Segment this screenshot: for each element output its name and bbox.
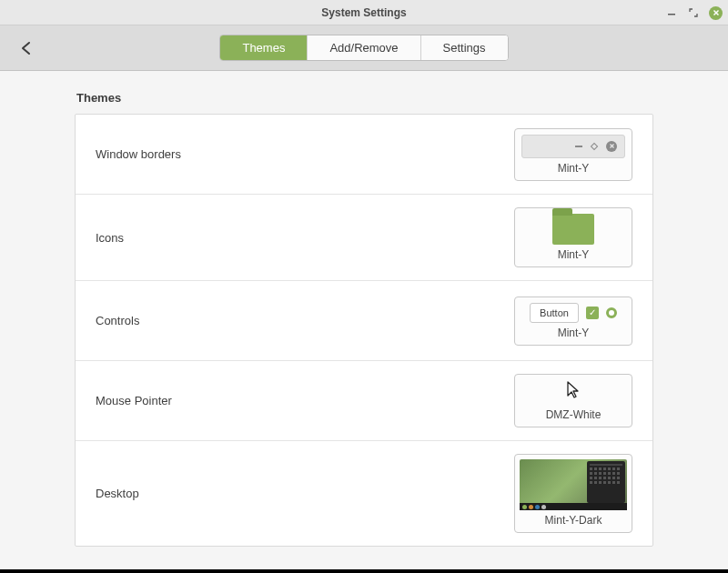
row-window-borders: Window borders Mint-Y bbox=[76, 115, 652, 195]
window-controls bbox=[665, 0, 723, 25]
row-label: Desktop bbox=[96, 487, 139, 500]
titlebar: System Settings bbox=[0, 0, 728, 25]
preview-minimize-icon bbox=[575, 146, 582, 147]
cursor-icon bbox=[565, 375, 581, 405]
back-button[interactable] bbox=[13, 35, 40, 62]
desktop-picker[interactable]: Mint-Y-Dark bbox=[514, 454, 632, 533]
tab-themes[interactable]: Themes bbox=[220, 35, 308, 60]
row-label: Icons bbox=[96, 231, 124, 245]
row-label: Controls bbox=[96, 314, 139, 327]
toolbar: Themes Add/Remove Settings bbox=[0, 25, 728, 71]
picker-value: DMZ-White bbox=[546, 405, 602, 423]
picker-value: Mint-Y bbox=[558, 158, 590, 176]
row-controls: Controls Button ✓ Mint-Y bbox=[76, 281, 652, 361]
controls-preview: Button ✓ bbox=[530, 297, 617, 323]
window-borders-preview bbox=[521, 135, 625, 158]
maximize-icon[interactable] bbox=[687, 6, 700, 19]
tab-add-remove[interactable]: Add/Remove bbox=[308, 35, 420, 60]
window-borders-picker[interactable]: Mint-Y bbox=[514, 128, 632, 181]
picker-value: Mint-Y bbox=[558, 245, 590, 263]
close-icon[interactable] bbox=[709, 6, 723, 20]
row-desktop: Desktop bbox=[76, 441, 652, 546]
picker-value: Mint-Y bbox=[558, 323, 590, 341]
desktop-preview bbox=[520, 459, 627, 510]
icons-picker[interactable]: Mint-Y bbox=[514, 207, 632, 267]
preview-maximize-icon bbox=[591, 142, 598, 149]
preview-taskbar bbox=[520, 503, 627, 510]
folder-icon bbox=[552, 214, 594, 245]
themes-panel: Window borders Mint-Y Icons Mint-Y bbox=[75, 114, 653, 547]
preview-close-icon bbox=[606, 141, 617, 152]
row-label: Window borders bbox=[96, 147, 181, 161]
row-label: Mouse Pointer bbox=[96, 394, 172, 407]
mouse-pointer-picker[interactable]: DMZ-White bbox=[514, 374, 632, 427]
tab-bar: Themes Add/Remove Settings bbox=[219, 35, 508, 61]
minimize-icon[interactable] bbox=[665, 6, 678, 19]
preview-radio-icon bbox=[606, 307, 617, 318]
controls-picker[interactable]: Button ✓ Mint-Y bbox=[514, 297, 632, 346]
preview-button: Button bbox=[530, 303, 579, 323]
tab-settings[interactable]: Settings bbox=[421, 35, 508, 60]
preview-checkbox-icon: ✓ bbox=[586, 307, 599, 319]
picker-value: Mint-Y-Dark bbox=[545, 510, 602, 528]
row-mouse-pointer: Mouse Pointer DMZ-White bbox=[76, 361, 652, 441]
section-title: Themes bbox=[76, 91, 653, 105]
window-title: System Settings bbox=[321, 6, 406, 19]
bottom-edge bbox=[0, 569, 728, 573]
preview-calendar bbox=[587, 461, 625, 503]
svg-rect-0 bbox=[668, 14, 675, 15]
row-icons: Icons Mint-Y bbox=[76, 195, 652, 281]
icons-preview bbox=[515, 208, 632, 245]
content-area: Themes Window borders Mint-Y Icons bbox=[0, 71, 728, 567]
